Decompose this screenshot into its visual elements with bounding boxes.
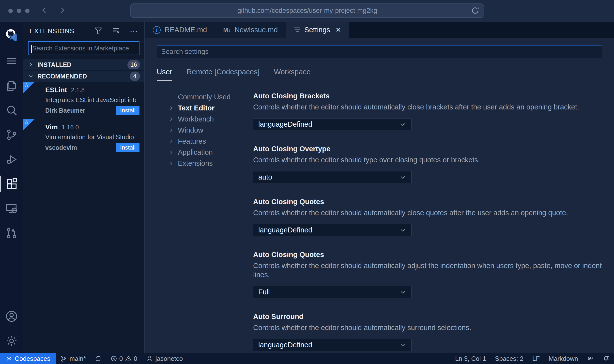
settings-editor: User Remote [Codespaces] Workspace Commo… bbox=[145, 38, 614, 353]
toc-text-editor[interactable]: Text Editor bbox=[168, 103, 253, 114]
setting-auto-closing-overtype: Auto Closing Overtype Controls whether t… bbox=[253, 144, 602, 183]
more-actions-icon[interactable]: ⋯ bbox=[130, 29, 138, 33]
scope-tab-workspace[interactable]: Workspace bbox=[274, 68, 311, 81]
problems-status-item[interactable]: 0 0 bbox=[106, 353, 142, 364]
tab-label: Settings bbox=[304, 26, 330, 34]
account-icon[interactable] bbox=[0, 304, 23, 329]
chevron-right-icon bbox=[28, 61, 36, 68]
language-mode-status-item[interactable]: Markdown bbox=[544, 353, 583, 364]
branch-status-item[interactable]: main* bbox=[56, 353, 90, 364]
eol-status-item[interactable]: LF bbox=[528, 353, 544, 364]
chevron-down-icon bbox=[399, 288, 406, 296]
setting-dropdown[interactable]: languageDefined bbox=[253, 339, 412, 351]
extension-name: ESLint bbox=[45, 86, 67, 94]
extension-publisher: vscodevim bbox=[45, 144, 77, 151]
github-codespaces-logo bbox=[0, 22, 23, 49]
search-icon[interactable] bbox=[0, 98, 23, 122]
install-button[interactable]: Install bbox=[116, 106, 139, 115]
reload-icon[interactable] bbox=[471, 6, 480, 16]
errors-count: 0 bbox=[119, 355, 123, 363]
notifications-status-item[interactable] bbox=[598, 353, 614, 364]
window-controls[interactable] bbox=[8, 9, 30, 13]
sidebar-title: EXTENSIONS bbox=[30, 27, 75, 35]
setting-description: Controls whether the editor should type … bbox=[253, 155, 602, 165]
close-icon[interactable]: ✕ bbox=[336, 26, 341, 34]
feedback-status-item[interactable] bbox=[583, 353, 598, 364]
scope-tab-remote[interactable]: Remote [Codespaces] bbox=[186, 68, 260, 81]
activity-bar bbox=[0, 22, 23, 353]
indentation-status-item[interactable]: Spaces: 2 bbox=[491, 353, 528, 364]
tab-bar: i README.md M↓ NewIssue.md Settings ✕ bbox=[145, 22, 614, 38]
chevron-right-icon bbox=[168, 116, 178, 122]
clear-extension-search-icon[interactable] bbox=[112, 26, 120, 36]
address-bar[interactable]: github.com/codespaces/user-my-project-mg… bbox=[130, 3, 484, 18]
setting-description: Controls whether the editor should autom… bbox=[253, 103, 602, 112]
extension-search-box bbox=[28, 41, 139, 55]
scope-tab-user[interactable]: User bbox=[157, 68, 172, 81]
setting-dropdown[interactable]: auto bbox=[253, 171, 412, 183]
filter-icon[interactable] bbox=[94, 26, 103, 36]
window-close-dot[interactable] bbox=[8, 9, 13, 13]
section-installed[interactable]: INSTALLED 16 bbox=[23, 59, 144, 70]
toc-window[interactable]: Window bbox=[168, 125, 253, 136]
setting-auto-surround: Auto Surround Controls whether the edito… bbox=[253, 312, 602, 351]
info-icon: i bbox=[153, 26, 161, 34]
window-minimize-dot[interactable] bbox=[17, 9, 21, 13]
markdown-icon: M↓ bbox=[223, 27, 230, 33]
chevron-right-icon bbox=[168, 138, 178, 145]
chevron-down-icon bbox=[399, 174, 406, 181]
toc-commonly-used[interactable]: Commonly Used bbox=[168, 91, 253, 103]
settings-gear-icon[interactable] bbox=[0, 329, 23, 353]
setting-auto-closing-brackets: Auto Closing Brackets Controls whether t… bbox=[253, 91, 602, 130]
feedback-icon bbox=[587, 355, 594, 362]
extension-version: 1.16.0 bbox=[62, 124, 79, 131]
menu-icon[interactable] bbox=[0, 49, 23, 73]
codespaces-status-item[interactable]: Codespaces bbox=[0, 353, 56, 364]
section-recommended[interactable]: RECOMMENDED 4 bbox=[23, 71, 144, 82]
chevron-right-icon bbox=[168, 160, 178, 167]
user-status-item[interactable]: jasonetco bbox=[142, 353, 187, 364]
tab-readme[interactable]: i README.md bbox=[145, 22, 215, 38]
setting-dropdown[interactable]: languageDefined bbox=[253, 224, 412, 236]
extension-publisher: Dirk Baeumer bbox=[45, 107, 85, 114]
source-control-icon[interactable] bbox=[0, 122, 23, 147]
toc-features[interactable]: Features bbox=[168, 136, 253, 147]
extension-search-input[interactable] bbox=[29, 42, 139, 55]
setting-dropdown[interactable]: languageDefined bbox=[253, 118, 412, 130]
text-caret bbox=[31, 45, 32, 53]
settings-list-icon bbox=[294, 28, 300, 32]
settings-scope-tabs: User Remote [Codespaces] Workspace bbox=[157, 68, 602, 81]
pull-requests-icon[interactable] bbox=[0, 221, 23, 245]
tab-settings[interactable]: Settings ✕ bbox=[286, 22, 349, 38]
run-debug-icon[interactable] bbox=[0, 147, 23, 172]
toc-application[interactable]: Application bbox=[168, 147, 253, 158]
extension-description: Integrates ESLint JavaScript into VS C..… bbox=[45, 96, 136, 104]
toc-extensions[interactable]: Extensions bbox=[168, 158, 253, 169]
window-maximize-dot[interactable] bbox=[25, 9, 30, 13]
chevron-down-icon bbox=[399, 227, 406, 234]
extensions-icon[interactable] bbox=[0, 172, 23, 196]
status-bar: Codespaces main* 0 0 jasonetco Ln 3, Col… bbox=[0, 353, 614, 364]
setting-dropdown[interactable]: Full bbox=[253, 286, 412, 298]
section-label: RECOMMENDED bbox=[37, 73, 87, 80]
toc-workbench[interactable]: Workbench bbox=[168, 114, 253, 125]
setting-description: Controls whether the editor should autom… bbox=[253, 208, 602, 217]
setting-title: Auto Closing Overtype bbox=[253, 144, 602, 153]
forward-icon[interactable] bbox=[58, 6, 66, 16]
sync-status-item[interactable] bbox=[90, 353, 106, 364]
recommended-star-icon: ☆ bbox=[23, 119, 34, 131]
settings-search-input[interactable] bbox=[157, 46, 602, 58]
chevron-right-icon bbox=[168, 105, 178, 111]
tab-label: NewIssue.md bbox=[234, 26, 278, 34]
extension-description: Vim emulation for Visual Studio Code... bbox=[45, 133, 136, 141]
remote-explorer-icon[interactable] bbox=[0, 196, 23, 221]
explorer-icon[interactable] bbox=[0, 73, 23, 98]
extension-list-item-eslint[interactable]: ☆ ESLint 2.1.8 Integrates ESLint JavaScr… bbox=[23, 82, 144, 119]
person-icon bbox=[146, 355, 153, 362]
chevron-right-icon bbox=[168, 127, 178, 134]
tab-newissue[interactable]: M↓ NewIssue.md bbox=[215, 22, 286, 38]
line-col-status-item[interactable]: Ln 3, Col 1 bbox=[451, 353, 491, 364]
extension-list-item-vim[interactable]: ☆ Vim 1.16.0 Vim emulation for Visual St… bbox=[23, 119, 144, 156]
back-icon[interactable] bbox=[40, 6, 49, 16]
install-button[interactable]: Install bbox=[116, 143, 139, 152]
